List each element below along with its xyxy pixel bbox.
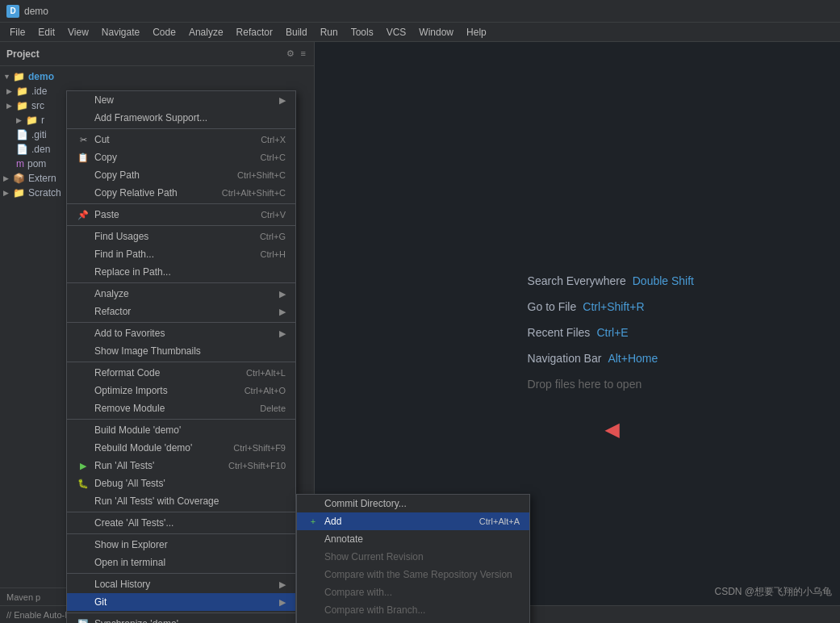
tree-label-demo: demo <box>28 71 54 82</box>
menu-navigate[interactable]: Navigate <box>95 25 146 40</box>
ctx-run-all-tests[interactable]: ▶ Run 'All Tests' Ctrl+Shift+F10 <box>67 457 295 475</box>
ctx-sep-2 <box>67 203 295 204</box>
ctx-sep-3 <box>67 225 295 226</box>
menu-file[interactable]: File <box>3 25 31 40</box>
ctx-refactor[interactable]: Refactor ▶ <box>67 303 295 320</box>
menu-refactor[interactable]: Refactor <box>230 25 279 40</box>
menu-analyze[interactable]: Analyze <box>182 25 230 40</box>
context-menu: New ▶ Add Framework Support... ✂ Cut Ctr… <box>66 90 296 623</box>
ctx-sep-6 <box>67 362 295 362</box>
tree-label-ide: .ide <box>31 86 47 97</box>
maven-label: Maven p <box>6 592 40 602</box>
ctx-sep-1 <box>67 128 295 129</box>
ctx-sep-11 <box>67 613 295 613</box>
tree-label-pom: pom <box>27 158 46 169</box>
app-icon: D <box>6 5 19 18</box>
panel-icon-settings[interactable]: ≡ <box>299 47 307 61</box>
watermark: CSDN @想要飞翔的小乌龟 <box>714 585 832 599</box>
hint-drop-files: Drop files here to open <box>528 378 694 391</box>
hint-nav-key: Alt+Home <box>608 352 658 365</box>
ctx-cut[interactable]: ✂ Cut Ctrl+X <box>67 131 295 148</box>
hint-recent-files: Recent Files Ctrl+E <box>528 326 694 339</box>
git-compare-with[interactable]: Compare with... <box>297 583 529 601</box>
ctx-git[interactable]: Git ▶ <box>67 593 295 611</box>
ctx-show-image-thumbnails[interactable]: Show Image Thumbnails <box>67 342 295 360</box>
menu-tools[interactable]: Tools <box>345 25 380 40</box>
git-show-current-revision[interactable]: Show Current Revision <box>297 548 529 566</box>
hint-recent-key: Ctrl+E <box>596 326 628 339</box>
hint-search-label: Search Everywhere <box>528 274 626 287</box>
hint-goto-file: Go to File Ctrl+Shift+R <box>528 300 694 313</box>
hint-recent-label: Recent Files <box>528 326 591 339</box>
hint-search-key: Double Shift <box>633 274 694 287</box>
ctx-run-coverage[interactable]: Run 'All Tests' with Coverage <box>67 492 295 510</box>
git-annotate[interactable]: Annotate <box>297 530 529 548</box>
menu-help[interactable]: Help <box>460 25 493 40</box>
ctx-reformat-code[interactable]: Reformat Code Ctrl+Alt+L <box>67 364 295 382</box>
title-bar: D demo <box>0 0 840 23</box>
copy-icon: 📋 <box>77 153 90 163</box>
ctx-find-in-path[interactable]: Find in Path... Ctrl+H <box>67 245 295 263</box>
ctx-copy-path[interactable]: Copy Path Ctrl+Shift+C <box>67 166 295 184</box>
menu-bar: File Edit View Navigate Code Analyze Ref… <box>0 23 840 42</box>
hint-search: Search Everywhere Double Shift <box>528 274 694 287</box>
hint-goto-file-key: Ctrl+Shift+R <box>583 300 644 313</box>
ctx-find-usages[interactable]: Find Usages Ctrl+G <box>67 228 295 245</box>
panel-title: Project <box>6 48 40 60</box>
ctx-sep-9 <box>67 533 295 534</box>
tree-label-extern: Extern <box>28 173 56 184</box>
ctx-add-to-favorites[interactable]: Add to Favorites ▶ <box>67 324 295 342</box>
git-commit-directory[interactable]: Commit Directory... <box>297 495 529 512</box>
menu-window[interactable]: Window <box>412 25 460 40</box>
panel-icon-sync[interactable]: ⚙ <box>285 47 296 61</box>
menu-build[interactable]: Build <box>279 25 314 40</box>
ctx-remove-module[interactable]: Remove Module Delete <box>67 399 295 417</box>
git-submenu: Commit Directory... + Add Ctrl+Alt+A Ann… <box>296 494 530 623</box>
ctx-analyze[interactable]: Analyze ▶ <box>67 285 295 303</box>
ctx-sep-10 <box>67 573 295 574</box>
ctx-show-in-explorer[interactable]: Show in Explorer <box>67 536 295 554</box>
title-bar-text: demo <box>24 6 48 17</box>
git-add[interactable]: + Add Ctrl+Alt+A <box>297 512 529 530</box>
ctx-sep-4 <box>67 282 295 283</box>
ctx-create-all-tests[interactable]: Create 'All Tests'... <box>67 514 295 532</box>
debug-icon: 🐛 <box>77 479 90 489</box>
ctx-debug-all-tests[interactable]: 🐛 Debug 'All Tests' <box>67 475 295 492</box>
ctx-add-framework[interactable]: Add Framework Support... <box>67 109 295 127</box>
menu-run[interactable]: Run <box>314 25 345 40</box>
hint-drop-label: Drop files here to open <box>528 378 642 391</box>
hint-nav-bar: Navigation Bar Alt+Home <box>528 352 694 365</box>
run-icon: ▶ <box>77 461 90 471</box>
tree-label-src: src <box>31 100 44 111</box>
ctx-local-history[interactable]: Local History ▶ <box>67 575 295 593</box>
ctx-sep-5 <box>67 322 295 323</box>
tree-label-giti: .giti <box>31 129 47 140</box>
menu-code[interactable]: Code <box>146 25 182 40</box>
ctx-synchronize[interactable]: 🔄 Synchronize 'demo' <box>67 615 295 623</box>
sidebar: Project ⚙ ≡ ▼ 📁 demo ▶ 📁 .ide ▶ 📁 src <box>0 42 315 623</box>
git-show-history[interactable]: 📋 Show History <box>297 619 529 623</box>
main-layout: Project ⚙ ≡ ▼ 📁 demo ▶ 📁 .ide ▶ 📁 src <box>0 42 840 623</box>
git-compare-with-branch[interactable]: Compare with Branch... <box>297 601 529 619</box>
arrow-git-add: ◀ <box>605 420 619 441</box>
sync-icon: 🔄 <box>77 619 90 624</box>
ctx-rebuild-module[interactable]: Rebuild Module 'demo' Ctrl+Shift+F9 <box>67 439 295 457</box>
ctx-sep-8 <box>67 512 295 512</box>
menu-edit[interactable]: Edit <box>31 25 61 40</box>
ctx-copy-relative-path[interactable]: Copy Relative Path Ctrl+Alt+Shift+C <box>67 184 295 202</box>
ctx-open-in-terminal[interactable]: Open in terminal <box>67 554 295 571</box>
ctx-copy[interactable]: 📋 Copy Ctrl+C <box>67 148 295 166</box>
ctx-optimize-imports[interactable]: Optimize Imports Ctrl+Alt+O <box>67 382 295 399</box>
ctx-new[interactable]: New ▶ <box>67 91 295 109</box>
ctx-paste[interactable]: 📌 Paste Ctrl+V <box>67 206 295 224</box>
ctx-replace-in-path[interactable]: Replace in Path... <box>67 263 295 281</box>
menu-view[interactable]: View <box>61 25 95 40</box>
git-compare-same-repo[interactable]: Compare with the Same Repository Version <box>297 566 529 583</box>
menu-vcs[interactable]: VCS <box>380 25 413 40</box>
add-icon: + <box>307 516 320 526</box>
shortcut-hints: Search Everywhere Double Shift Go to Fil… <box>528 274 694 391</box>
ctx-build-module[interactable]: Build Module 'demo' <box>67 421 295 439</box>
ctx-sep-7 <box>67 419 295 420</box>
panel-header: Project ⚙ ≡ <box>0 42 314 66</box>
tree-item-demo[interactable]: ▼ 📁 demo <box>0 69 314 84</box>
